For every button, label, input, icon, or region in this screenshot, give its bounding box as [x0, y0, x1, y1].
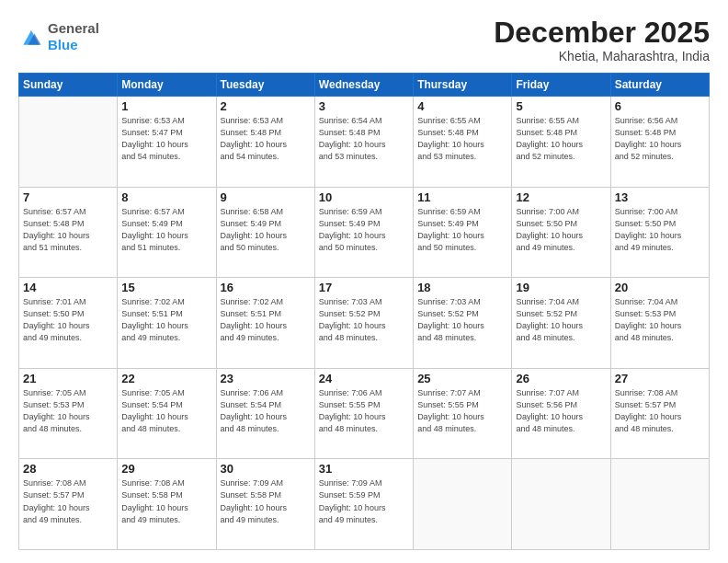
calendar-cell: 19Sunrise: 7:04 AM Sunset: 5:52 PM Dayli…: [512, 278, 610, 369]
calendar-cell: 11Sunrise: 6:59 AM Sunset: 5:49 PM Dayli…: [414, 187, 512, 278]
logo: General Blue: [18, 20, 99, 53]
day-info: Sunrise: 7:00 AM Sunset: 5:50 PM Dayligh…: [615, 206, 705, 254]
day-number: 29: [121, 462, 211, 476]
calendar-cell: 27Sunrise: 7:08 AM Sunset: 5:57 PM Dayli…: [610, 368, 709, 459]
calendar-cell: 23Sunrise: 7:06 AM Sunset: 5:54 PM Dayli…: [216, 368, 314, 459]
calendar-cell: 21Sunrise: 7:05 AM Sunset: 5:53 PM Dayli…: [19, 368, 118, 459]
day-number: 27: [615, 372, 705, 385]
day-info: Sunrise: 6:57 AM Sunset: 5:49 PM Dayligh…: [121, 206, 211, 254]
logo-icon: [18, 24, 44, 50]
day-info: Sunrise: 7:05 AM Sunset: 5:54 PM Dayligh…: [121, 387, 211, 435]
calendar-cell: 5Sunrise: 6:55 AM Sunset: 5:48 PM Daylig…: [512, 97, 610, 188]
calendar-cell: 3Sunrise: 6:54 AM Sunset: 5:48 PM Daylig…: [314, 97, 413, 188]
col-sunday: Sunday: [19, 74, 118, 97]
day-number: 22: [121, 372, 211, 385]
day-info: Sunrise: 7:05 AM Sunset: 5:53 PM Dayligh…: [23, 387, 113, 435]
day-number: 12: [516, 190, 606, 204]
day-info: Sunrise: 7:04 AM Sunset: 5:53 PM Dayligh…: [615, 296, 705, 344]
calendar-cell: 12Sunrise: 7:00 AM Sunset: 5:50 PM Dayli…: [512, 187, 610, 278]
col-friday: Friday: [512, 74, 610, 97]
page: General Blue December 2025 Khetia, Mahar…: [0, 0, 728, 563]
calendar-cell: 17Sunrise: 7:03 AM Sunset: 5:52 PM Dayli…: [314, 278, 413, 369]
location-subtitle: Khetia, Maharashtra, India: [494, 49, 710, 63]
day-number: 20: [615, 281, 705, 294]
day-info: Sunrise: 7:02 AM Sunset: 5:51 PM Dayligh…: [221, 296, 311, 344]
day-info: Sunrise: 7:07 AM Sunset: 5:55 PM Dayligh…: [417, 387, 507, 435]
day-number: 4: [417, 99, 507, 113]
calendar-cell: 4Sunrise: 6:55 AM Sunset: 5:48 PM Daylig…: [414, 97, 512, 188]
calendar-cell: 10Sunrise: 6:59 AM Sunset: 5:49 PM Dayli…: [314, 187, 413, 278]
calendar-cell: 16Sunrise: 7:02 AM Sunset: 5:51 PM Dayli…: [216, 278, 314, 369]
logo-text: General Blue: [48, 20, 99, 53]
day-info: Sunrise: 7:03 AM Sunset: 5:52 PM Dayligh…: [319, 296, 409, 344]
calendar-table: Sunday Monday Tuesday Wednesday Thursday…: [18, 73, 710, 550]
day-number: 25: [417, 372, 507, 385]
col-saturday: Saturday: [610, 74, 709, 97]
day-info: Sunrise: 6:59 AM Sunset: 5:49 PM Dayligh…: [417, 206, 507, 254]
day-number: 18: [417, 281, 507, 294]
calendar-cell: 13Sunrise: 7:00 AM Sunset: 5:50 PM Dayli…: [610, 187, 709, 278]
day-info: Sunrise: 6:57 AM Sunset: 5:48 PM Dayligh…: [23, 206, 113, 254]
day-info: Sunrise: 6:54 AM Sunset: 5:48 PM Dayligh…: [319, 115, 409, 163]
calendar-week-row-1: 1Sunrise: 6:53 AM Sunset: 5:47 PM Daylig…: [19, 97, 710, 188]
calendar-cell: 15Sunrise: 7:02 AM Sunset: 5:51 PM Dayli…: [118, 278, 216, 369]
day-info: Sunrise: 7:06 AM Sunset: 5:55 PM Dayligh…: [319, 387, 409, 435]
calendar-cell: 24Sunrise: 7:06 AM Sunset: 5:55 PM Dayli…: [314, 368, 413, 459]
day-info: Sunrise: 6:53 AM Sunset: 5:48 PM Dayligh…: [221, 115, 311, 163]
day-info: Sunrise: 7:03 AM Sunset: 5:52 PM Dayligh…: [417, 296, 507, 344]
calendar-cell: [414, 459, 512, 550]
day-info: Sunrise: 7:08 AM Sunset: 5:58 PM Dayligh…: [121, 477, 211, 525]
day-info: Sunrise: 7:01 AM Sunset: 5:50 PM Dayligh…: [23, 296, 113, 344]
day-number: 6: [615, 99, 705, 113]
day-number: 24: [319, 372, 409, 385]
calendar-cell: 22Sunrise: 7:05 AM Sunset: 5:54 PM Dayli…: [118, 368, 216, 459]
day-number: 31: [319, 462, 409, 476]
calendar-week-row-2: 7Sunrise: 6:57 AM Sunset: 5:48 PM Daylig…: [19, 187, 710, 278]
day-info: Sunrise: 6:58 AM Sunset: 5:49 PM Dayligh…: [221, 206, 311, 254]
calendar-cell: 14Sunrise: 7:01 AM Sunset: 5:50 PM Dayli…: [19, 278, 118, 369]
day-number: 30: [221, 462, 311, 476]
day-number: 10: [319, 190, 409, 204]
day-info: Sunrise: 7:07 AM Sunset: 5:56 PM Dayligh…: [516, 387, 606, 435]
calendar-cell: 18Sunrise: 7:03 AM Sunset: 5:52 PM Dayli…: [414, 278, 512, 369]
day-number: 23: [221, 372, 311, 385]
calendar-cell: [512, 459, 610, 550]
calendar-cell: 20Sunrise: 7:04 AM Sunset: 5:53 PM Dayli…: [610, 278, 709, 369]
calendar-cell: 31Sunrise: 7:09 AM Sunset: 5:59 PM Dayli…: [314, 459, 413, 550]
calendar-cell: 8Sunrise: 6:57 AM Sunset: 5:49 PM Daylig…: [118, 187, 216, 278]
day-info: Sunrise: 7:06 AM Sunset: 5:54 PM Dayligh…: [221, 387, 311, 435]
day-info: Sunrise: 7:09 AM Sunset: 5:58 PM Dayligh…: [221, 477, 311, 525]
day-number: 14: [23, 281, 113, 294]
day-number: 7: [23, 190, 113, 204]
day-number: 3: [319, 99, 409, 113]
day-number: 9: [221, 190, 311, 204]
day-info: Sunrise: 6:53 AM Sunset: 5:47 PM Dayligh…: [121, 115, 211, 163]
header: General Blue December 2025 Khetia, Mahar…: [18, 17, 710, 63]
day-number: 2: [221, 99, 311, 113]
day-info: Sunrise: 6:55 AM Sunset: 5:48 PM Dayligh…: [417, 115, 507, 163]
day-info: Sunrise: 7:09 AM Sunset: 5:59 PM Dayligh…: [319, 477, 409, 525]
calendar-cell: 29Sunrise: 7:08 AM Sunset: 5:58 PM Dayli…: [118, 459, 216, 550]
calendar-header-row: Sunday Monday Tuesday Wednesday Thursday…: [19, 74, 710, 97]
day-number: 11: [417, 190, 507, 204]
title-block: December 2025 Khetia, Maharashtra, India: [494, 17, 710, 63]
day-info: Sunrise: 7:04 AM Sunset: 5:52 PM Dayligh…: [516, 296, 606, 344]
day-info: Sunrise: 6:55 AM Sunset: 5:48 PM Dayligh…: [516, 115, 606, 163]
col-monday: Monday: [118, 74, 216, 97]
calendar-cell: 6Sunrise: 6:56 AM Sunset: 5:48 PM Daylig…: [610, 97, 709, 188]
day-number: 21: [23, 372, 113, 385]
col-wednesday: Wednesday: [314, 74, 413, 97]
calendar-week-row-5: 28Sunrise: 7:08 AM Sunset: 5:57 PM Dayli…: [19, 459, 710, 550]
col-tuesday: Tuesday: [216, 74, 314, 97]
calendar-cell: [610, 459, 709, 550]
day-number: 28: [23, 462, 113, 476]
calendar-cell: 25Sunrise: 7:07 AM Sunset: 5:55 PM Dayli…: [414, 368, 512, 459]
day-number: 1: [121, 99, 211, 113]
calendar-cell: [19, 97, 118, 188]
day-number: 8: [121, 190, 211, 204]
calendar-cell: 9Sunrise: 6:58 AM Sunset: 5:49 PM Daylig…: [216, 187, 314, 278]
calendar-week-row-3: 14Sunrise: 7:01 AM Sunset: 5:50 PM Dayli…: [19, 278, 710, 369]
day-number: 15: [121, 281, 211, 294]
day-number: 26: [516, 372, 606, 385]
calendar-week-row-4: 21Sunrise: 7:05 AM Sunset: 5:53 PM Dayli…: [19, 368, 710, 459]
